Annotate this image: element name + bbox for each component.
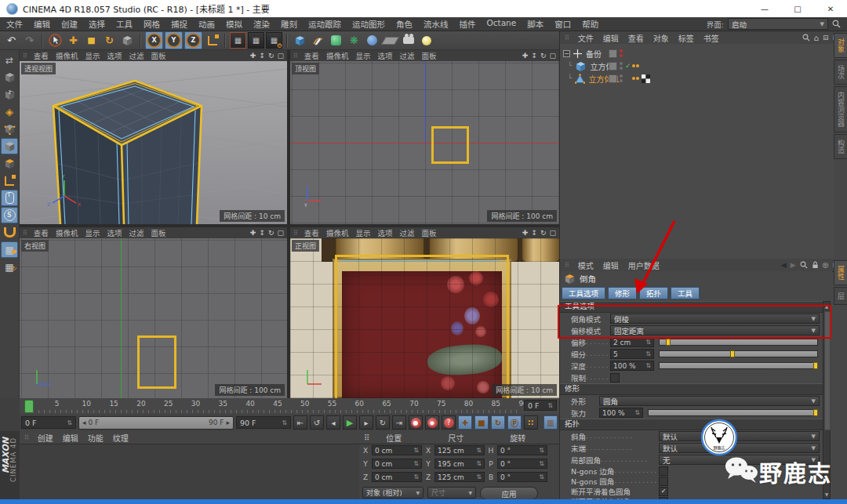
zoom-view-icon[interactable]: ↕ — [259, 229, 265, 237]
redo-button[interactable]: ↷ — [21, 32, 38, 49]
viewport-menu-选项[interactable]: 选项 — [107, 50, 122, 61]
quantize-button[interactable] — [1, 224, 18, 241]
stepper-icon[interactable]: ⇅ — [474, 473, 482, 480]
history-back-icon[interactable]: ◀ — [781, 261, 787, 269]
drag-handle-icon[interactable]: ⠿ — [565, 34, 569, 42]
menubar-item-工具[interactable]: 工具 — [116, 18, 133, 30]
planar-workplane-button[interactable]: ▦↻ — [1, 259, 18, 275]
next-frame-button[interactable]: ▸ — [359, 415, 373, 430]
menubar-item-动画[interactable]: 动画 — [198, 18, 215, 30]
interface-dropdown[interactable]: 启动 ▼ — [728, 18, 828, 30]
pan-view-icon[interactable]: ✚ — [250, 229, 256, 237]
drag-handle-icon[interactable]: ⠿ — [23, 230, 27, 237]
add-camera-button[interactable] — [400, 32, 416, 49]
previous-key-button[interactable]: ↺ — [310, 415, 324, 430]
ending-dropdown[interactable]: 默认 ▼ — [659, 443, 820, 453]
viewport-menu-过滤[interactable]: 过滤 — [129, 50, 144, 61]
perspective-canvas[interactable]: Y X Z 透视视图 网格间距 : 10 cm — [20, 61, 287, 224]
copy-settings-icon[interactable]: ◎ — [823, 261, 829, 269]
break-phong-miter-checkbox[interactable] — [659, 497, 668, 500]
viewport-menu-显示[interactable]: 显示 — [355, 50, 370, 61]
viewport-menu-查看[interactable]: 查看 — [34, 227, 49, 238]
viewport-menu-显示[interactable]: 显示 — [355, 227, 370, 238]
stepper-icon[interactable]: ⇅ — [536, 460, 544, 467]
object-row[interactable]: └ 立方体 ✓ — [560, 60, 834, 72]
ngons-corner-checkbox[interactable] — [659, 466, 668, 476]
coordinate-mode-dropdown[interactable]: 对象 (相对)▼ — [362, 487, 424, 499]
stepper-icon[interactable]: ⇅ — [536, 473, 544, 480]
material-menu-编辑[interactable]: 编辑 — [63, 432, 78, 444]
key-parameter-toggle[interactable]: Ⓟ — [507, 415, 522, 430]
viewport-menu-查看[interactable]: 查看 — [304, 50, 319, 61]
viewport-menu-查看[interactable]: 查看 — [34, 50, 49, 61]
add-cube-button[interactable] — [292, 32, 308, 49]
om-menu-编辑[interactable]: 编辑 — [603, 32, 619, 44]
zoom-view-icon[interactable]: ↕ — [531, 229, 537, 237]
key-scale-toggle[interactable]: ■ — [474, 415, 489, 430]
zoom-view-icon[interactable]: ↕ — [531, 52, 537, 60]
menubar-item-运动跟踪[interactable]: 运动跟踪 — [308, 18, 341, 30]
render-view-button[interactable]: ▦ — [230, 32, 246, 49]
texture-mode-button[interactable] — [1, 86, 18, 103]
viewport-menu-面板[interactable]: 面板 — [151, 227, 165, 238]
viewport-menu-面板[interactable]: 面板 — [421, 50, 436, 61]
add-environment-button[interactable] — [382, 32, 398, 49]
layer-box[interactable] — [609, 62, 617, 71]
panel-tab-属性[interactable]: 属性 — [834, 260, 847, 285]
stepper-icon[interactable]: ⇅ — [474, 460, 482, 467]
frame-selected-icon[interactable]: ⊟ — [823, 34, 829, 42]
object-row[interactable]: − 备份 — [560, 47, 834, 60]
section-header[interactable]: 拓扑 — [560, 419, 823, 430]
shape-dropdown[interactable]: 圆角 ▼ — [599, 396, 820, 406]
viewport-menu-面板[interactable]: 面板 — [421, 227, 436, 238]
panel-tab-构造[interactable]: 构造 — [834, 134, 847, 159]
move-tool[interactable]: ✚ — [65, 32, 82, 49]
last-used-tool[interactable] — [119, 32, 136, 49]
menubar-item-Octane[interactable]: Octane — [487, 18, 517, 30]
viewport-menu-显示[interactable]: 显示 — [85, 227, 100, 238]
viewport-menu-显示[interactable]: 显示 — [85, 50, 100, 61]
visibility-dots[interactable] — [620, 74, 623, 82]
visibility-dots[interactable] — [620, 49, 623, 57]
menubar-item-雕刻[interactable]: 雕刻 — [281, 18, 297, 30]
go-to-end-button[interactable]: ⇥ — [392, 415, 406, 430]
edges-mode-button[interactable] — [1, 138, 18, 154]
ngons-round-checkbox[interactable] — [659, 477, 668, 486]
object-name[interactable]: 备份 — [586, 48, 602, 60]
search-icon[interactable] — [802, 34, 810, 42]
search-icon[interactable] — [832, 20, 841, 28]
menubar-item-编辑[interactable]: 编辑 — [34, 18, 50, 30]
object-axis-mode-button[interactable] — [1, 172, 18, 189]
previous-frame-button[interactable]: ◂ — [326, 415, 340, 430]
autokey-button[interactable]: ◉ — [425, 415, 439, 430]
rotate-view-icon[interactable]: ↻ — [540, 229, 547, 237]
viewport-menu-选项[interactable]: 选项 — [377, 227, 392, 238]
menubar-item-捕捉[interactable]: 捕捉 — [171, 18, 187, 30]
visibility-dots[interactable] — [620, 62, 623, 70]
rotation-field[interactable]: 0 °⇅ — [497, 472, 547, 482]
om-menu-标签[interactable]: 标签 — [678, 32, 694, 44]
size-field[interactable]: 125 cm⇅ — [434, 472, 485, 482]
polygons-mode-button[interactable] — [1, 155, 18, 172]
material-menu-纹理[interactable]: 纹理 — [113, 432, 129, 444]
tension-slider[interactable] — [648, 409, 818, 416]
material-menu-功能[interactable]: 功能 — [88, 432, 104, 444]
stepper-icon[interactable]: ⇅ — [474, 447, 482, 454]
keyframe-presets-button[interactable]: ▥ — [543, 415, 558, 430]
attribute-tab-工具选项[interactable]: 工具选项 — [562, 287, 605, 299]
rotate-tool[interactable]: ↻ — [101, 32, 118, 49]
snap-enable-button[interactable]: S — [1, 207, 18, 223]
viewport-menu-面板[interactable]: 面板 — [151, 50, 165, 61]
texture-tag-icon[interactable] — [642, 74, 650, 83]
add-light-button[interactable] — [418, 32, 434, 49]
viewport-menu-摄像机[interactable]: 摄像机 — [56, 227, 78, 238]
panel-tab-对象[interactable]: 对象 — [834, 33, 847, 58]
break-phong-round-checkbox[interactable]: ✓ — [659, 487, 668, 496]
undo-button[interactable]: ↶ — [3, 32, 20, 49]
enabled-check-icon[interactable]: ✓ — [625, 62, 631, 70]
record-keyframe-button[interactable]: ● — [409, 415, 423, 430]
menubar-item-创建[interactable]: 创建 — [61, 18, 78, 30]
om-menu-文件[interactable]: 文件 — [578, 32, 594, 44]
material-menu-创建[interactable]: 创建 — [38, 432, 53, 444]
lock-y-axis-button[interactable]: Y — [165, 31, 183, 49]
